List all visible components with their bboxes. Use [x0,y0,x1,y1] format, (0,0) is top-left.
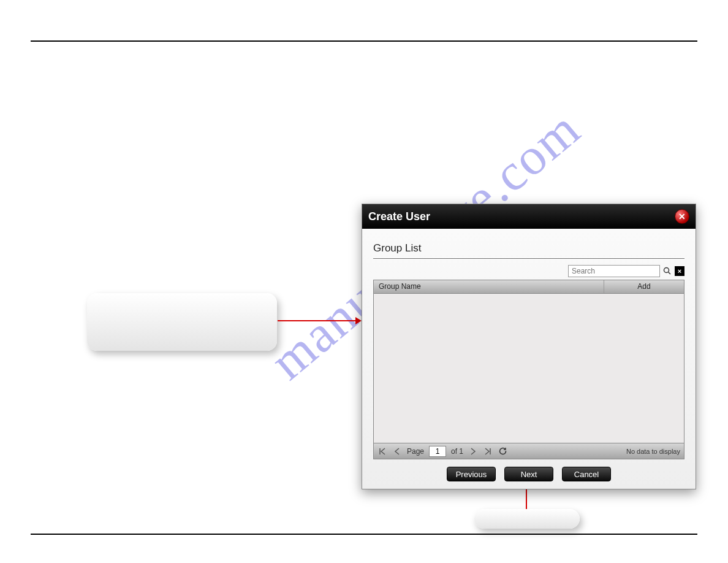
arrow-to-dialog [278,320,360,321]
dialog-actions: Previous Next Cancel [373,459,684,484]
bottom-rule [31,534,697,535]
grid-body [374,294,684,443]
dialog-title: Create User [368,210,675,223]
svg-line-1 [669,272,671,275]
page-label: Page [407,447,424,456]
create-user-dialog: Create User ✕ Group List × Group Nam [362,204,696,489]
grid-footer: Page of 1 No data to display [374,443,684,459]
column-group-name[interactable]: Group Name [374,280,604,293]
clear-search-icon[interactable]: × [675,266,684,276]
first-page-icon[interactable] [377,446,387,456]
close-icon: ✕ [678,212,686,221]
next-page-icon[interactable] [468,446,478,456]
callout-left [87,293,277,351]
last-page-icon[interactable] [483,446,493,456]
next-button[interactable]: Next [504,467,553,481]
page-of-label: of 1 [451,447,463,456]
svg-point-0 [664,268,669,273]
top-rule [31,40,697,42]
dialog-body: Group List × Group Name Add [362,229,696,489]
prev-page-icon[interactable] [392,446,402,456]
search-row: × [373,265,684,277]
section-title: Group List [373,242,684,259]
search-icon[interactable] [662,266,672,276]
column-add[interactable]: Add [604,280,684,293]
page-input[interactable] [429,446,446,457]
group-grid: Group Name Add Page of 1 [373,280,684,459]
no-data-label: No data to display [626,448,680,455]
previous-button[interactable]: Previous [447,467,496,481]
callout-bottom [474,509,580,529]
cancel-button[interactable]: Cancel [562,467,611,481]
dialog-titlebar: Create User ✕ [362,204,696,229]
search-input[interactable] [568,265,660,277]
refresh-icon[interactable] [498,446,507,456]
grid-header: Group Name Add [374,280,684,294]
close-button[interactable]: ✕ [675,209,689,224]
